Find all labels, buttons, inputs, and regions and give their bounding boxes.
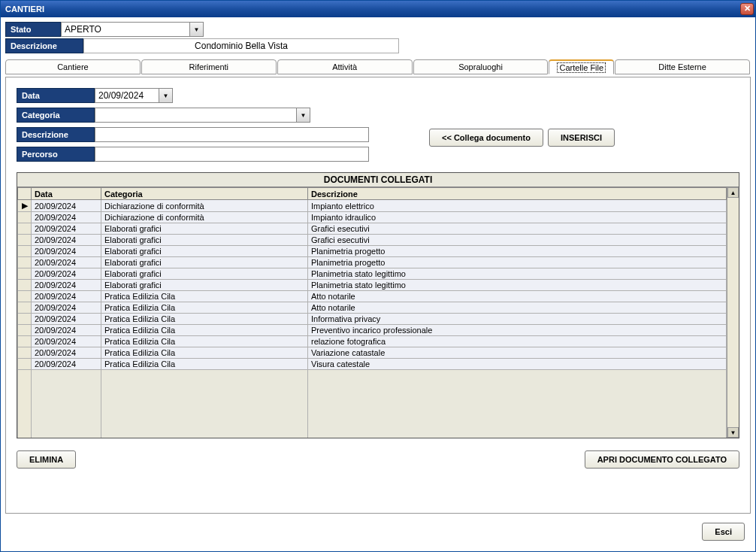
tab-cantiere[interactable]: Cantiere	[5, 59, 141, 74]
table-row[interactable]: 20/09/2024Elaborati graficiGrafici esecu…	[18, 235, 727, 246]
descrizione-value: Condominio Bella Vista	[83, 38, 399, 53]
table-row[interactable]: 20/09/2024Pratica Edilizia CilaAtto nota…	[18, 302, 727, 314]
data-select[interactable]: 20/09/2024 ▼	[95, 88, 173, 103]
categoria-select[interactable]: ▼	[95, 108, 310, 123]
cell-data[interactable]: 20/09/2024	[32, 359, 101, 370]
cell-data[interactable]: 20/09/2024	[32, 200, 101, 212]
descrizione-field-label: Descrizione	[17, 127, 95, 142]
cell-descrizione[interactable]: Atto notarile	[308, 291, 727, 302]
cell-descrizione[interactable]: Impianto elettrico	[308, 200, 727, 212]
cell-descrizione[interactable]: Planimetria progetto	[308, 246, 727, 257]
cell-data[interactable]: 20/09/2024	[32, 257, 101, 268]
table-row[interactable]: 20/09/2024Pratica Edilizia CilaVariazion…	[18, 347, 727, 359]
table-row[interactable]: 20/09/2024Elaborati graficiPlanimetria s…	[18, 268, 727, 280]
table-row[interactable]: 20/09/2024Elaborati graficiPlanimetria p…	[18, 246, 727, 257]
table-row[interactable]: 20/09/2024Pratica Edilizia CilaAtto nota…	[18, 291, 727, 302]
cell-categoria[interactable]: Elaborati grafici	[101, 223, 308, 235]
grid-header-descrizione[interactable]: Descrizione	[308, 188, 727, 200]
cell-data[interactable]: 20/09/2024	[32, 223, 101, 235]
cell-data[interactable]: 20/09/2024	[32, 291, 101, 302]
chevron-down-icon[interactable]: ▼	[296, 108, 310, 122]
cell-categoria[interactable]: Pratica Edilizia Cila	[101, 325, 308, 336]
grid-scrollbar[interactable]: ▲ ▼	[727, 187, 739, 438]
row-marker-icon	[18, 314, 32, 325]
cell-categoria[interactable]: Dichiarazione di conformità	[101, 200, 308, 212]
tab-label: Cantiere	[57, 62, 89, 71]
cell-categoria[interactable]: Elaborati grafici	[101, 235, 308, 246]
esci-button[interactable]: Esci	[702, 523, 745, 541]
cell-data[interactable]: 20/09/2024	[32, 336, 101, 347]
cell-categoria[interactable]: Pratica Edilizia Cila	[101, 291, 308, 302]
tab-ditte-esterne[interactable]: Ditte Esterne	[615, 59, 750, 74]
cell-categoria[interactable]: Pratica Edilizia Cila	[101, 314, 308, 325]
row-marker-icon	[18, 280, 32, 291]
table-row[interactable]: 20/09/2024Pratica Edilizia CilaVisura ca…	[18, 359, 727, 370]
table-row[interactable]: 20/09/2024Pratica Edilizia CilaPreventiv…	[18, 325, 727, 336]
cell-categoria[interactable]: Pratica Edilizia Cila	[101, 302, 308, 314]
cell-data[interactable]: 20/09/2024	[32, 302, 101, 314]
row-marker-icon	[18, 212, 32, 223]
stato-value: APERTO	[65, 24, 101, 35]
cell-data[interactable]: 20/09/2024	[32, 325, 101, 336]
chevron-down-icon[interactable]: ▼	[159, 89, 172, 102]
tab-sopraluoghi[interactable]: Sopraluoghi	[413, 59, 549, 74]
row-marker-icon	[18, 347, 32, 359]
cell-descrizione[interactable]: Atto notarile	[308, 302, 727, 314]
table-row[interactable]: 20/09/2024Pratica Edilizia Cilarelazione…	[18, 336, 727, 347]
elimina-button[interactable]: ELIMINA	[17, 450, 76, 469]
collega-documento-button[interactable]: << Collega documento	[429, 129, 543, 147]
row-marker-icon	[18, 268, 32, 280]
cell-descrizione[interactable]: relazione fotografica	[308, 336, 727, 347]
scroll-down-icon[interactable]: ▼	[727, 427, 739, 438]
cell-data[interactable]: 20/09/2024	[32, 246, 101, 257]
cell-descrizione[interactable]: Planimetria stato legittimo	[308, 268, 727, 280]
descrizione-input[interactable]	[95, 127, 369, 142]
cell-descrizione[interactable]: Variazione catastale	[308, 347, 727, 359]
tab-label: Riferimenti	[189, 62, 229, 71]
cell-categoria[interactable]: Pratica Edilizia Cila	[101, 347, 308, 359]
table-row[interactable]: 20/09/2024Elaborati graficiGrafici esecu…	[18, 223, 727, 235]
grid-header-data[interactable]: Data	[32, 188, 101, 200]
cell-descrizione[interactable]: Grafici esecutivi	[308, 223, 727, 235]
table-row[interactable]: 20/09/2024Dichiarazione di conformitàImp…	[18, 212, 727, 223]
cell-categoria[interactable]: Dichiarazione di conformità	[101, 212, 308, 223]
table-row[interactable]: 20/09/2024Elaborati graficiPlanimetria s…	[18, 280, 727, 291]
cell-categoria[interactable]: Elaborati grafici	[101, 280, 308, 291]
tab-cartelle-file[interactable]: Cartelle File	[549, 59, 614, 74]
table-row[interactable]: ▶20/09/2024Dichiarazione di conformitàIm…	[18, 200, 727, 212]
table-row[interactable]: 20/09/2024Pratica Edilizia CilaInformati…	[18, 314, 727, 325]
grid-header-categoria[interactable]: Categoria	[101, 188, 308, 200]
cell-categoria[interactable]: Elaborati grafici	[101, 257, 308, 268]
percorso-input[interactable]	[95, 147, 369, 162]
cell-categoria[interactable]: Elaborati grafici	[101, 246, 308, 257]
tab-label: Sopraluoghi	[458, 62, 503, 71]
percorso-label: Percorso	[17, 147, 95, 162]
scroll-up-icon[interactable]: ▲	[727, 187, 739, 198]
apri-documento-button[interactable]: APRI DOCUMENTO COLLEGATO	[585, 450, 739, 469]
cell-data[interactable]: 20/09/2024	[32, 347, 101, 359]
cell-data[interactable]: 20/09/2024	[32, 212, 101, 223]
stato-select[interactable]: APERTO ▼	[61, 22, 204, 37]
cell-descrizione[interactable]: Preventivo incarico professionale	[308, 325, 727, 336]
cell-descrizione[interactable]: Visura catestale	[308, 359, 727, 370]
tab-riferimenti[interactable]: Riferimenti	[141, 59, 277, 74]
cell-descrizione[interactable]: Grafici esecutivi	[308, 235, 727, 246]
cell-categoria[interactable]: Elaborati grafici	[101, 268, 308, 280]
cell-descrizione[interactable]: Planimetria stato legittimo	[308, 280, 727, 291]
cell-data[interactable]: 20/09/2024	[32, 235, 101, 246]
close-icon[interactable]: ✕	[740, 3, 754, 15]
inserisci-button[interactable]: INSERISCI	[548, 129, 615, 147]
row-marker-icon	[18, 302, 32, 314]
cell-descrizione[interactable]: Impianto idraulico	[308, 212, 727, 223]
cell-data[interactable]: 20/09/2024	[32, 314, 101, 325]
cell-descrizione[interactable]: Planimetria progetto	[308, 257, 727, 268]
tab-attività[interactable]: Attività	[277, 59, 413, 74]
table-row[interactable]: 20/09/2024Elaborati graficiPlanimetria p…	[18, 257, 727, 268]
cell-categoria[interactable]: Pratica Edilizia Cila	[101, 359, 308, 370]
cell-descrizione[interactable]: Informativa privacy	[308, 314, 727, 325]
cell-categoria[interactable]: Pratica Edilizia Cila	[101, 336, 308, 347]
cell-data[interactable]: 20/09/2024	[32, 268, 101, 280]
chevron-down-icon[interactable]: ▼	[189, 23, 203, 36]
cell-data[interactable]: 20/09/2024	[32, 280, 101, 291]
grid-header-marker	[18, 188, 32, 200]
